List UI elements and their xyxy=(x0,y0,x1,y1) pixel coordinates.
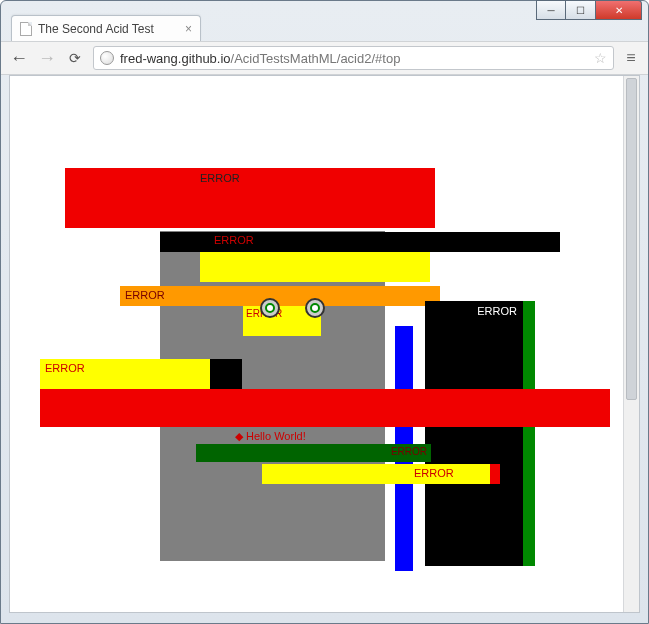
page-canvas: ERROR ERROR ERROR ERROR xyxy=(10,76,639,612)
tab-title: The Second Acid Test xyxy=(38,22,154,36)
error-label: ERROR xyxy=(214,234,254,246)
page-viewport: ERROR ERROR ERROR ERROR xyxy=(9,75,640,613)
orange-bar: ERROR xyxy=(120,286,440,306)
error-label: ERROR xyxy=(414,467,454,479)
url-host: fred-wang.github.io xyxy=(120,51,231,66)
black-small-block xyxy=(210,359,242,389)
red-tip xyxy=(490,464,500,484)
red-bar-wide xyxy=(40,389,610,427)
bookmark-star-icon[interactable]: ☆ xyxy=(594,50,607,66)
eye-right xyxy=(305,298,325,318)
toolbar: ← → ⟳ fred-wang.github.io/AcidTestsMathM… xyxy=(1,41,648,75)
error-label: ERROR xyxy=(125,289,165,301)
url-text: fred-wang.github.io/AcidTestsMathML/acid… xyxy=(120,51,400,66)
eye-left xyxy=(260,298,280,318)
forward-button[interactable]: → xyxy=(37,49,57,67)
globe-icon xyxy=(100,51,114,65)
address-bar[interactable]: fred-wang.github.io/AcidTestsMathML/acid… xyxy=(93,46,614,70)
yellow-bar-lower: ERROR xyxy=(262,464,490,484)
url-path: /AcidTestsMathML/acid2/#top xyxy=(231,51,401,66)
pupil-ring xyxy=(265,303,275,313)
black-panel-right: ERROR xyxy=(425,301,523,566)
reload-button[interactable]: ⟳ xyxy=(65,51,85,65)
pupil-ring xyxy=(310,303,320,313)
maximize-button[interactable]: ☐ xyxy=(566,0,596,20)
browser-window: ─ ☐ ✕ The Second Acid Test × ← → ⟳ fred-… xyxy=(0,0,649,624)
error-label: ERROR xyxy=(200,172,240,184)
tab-active[interactable]: The Second Acid Test × xyxy=(11,15,201,41)
darkgreen-bar: ERROR xyxy=(196,444,431,462)
window-buttons: ─ ☐ ✕ xyxy=(536,0,642,20)
scrollbar-thumb[interactable] xyxy=(626,78,637,400)
error-label: ERROR xyxy=(477,305,517,317)
tab-close-icon[interactable]: × xyxy=(185,23,192,35)
menu-icon[interactable]: ≡ xyxy=(622,49,640,67)
close-button[interactable]: ✕ xyxy=(596,0,642,20)
document-icon xyxy=(20,22,32,36)
hello-world-text: ◆ Hello World! xyxy=(235,430,306,443)
red-bar-top: ERROR xyxy=(65,168,435,228)
minimize-button[interactable]: ─ xyxy=(536,0,566,20)
yellow-bar-1 xyxy=(200,252,430,282)
statusbar xyxy=(1,615,648,623)
diamond-icon: ◆ xyxy=(235,430,246,442)
hello-world-label: Hello World! xyxy=(246,430,306,442)
error-label: ERROR xyxy=(391,446,427,457)
back-button[interactable]: ← xyxy=(9,49,29,67)
error-label: ERROR xyxy=(45,362,85,374)
vertical-scrollbar[interactable] xyxy=(623,76,639,612)
